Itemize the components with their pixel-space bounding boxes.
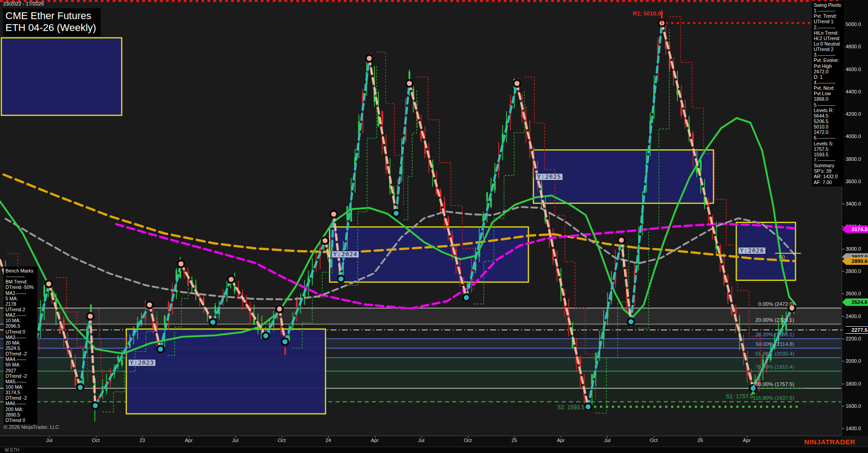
panel-line: 4.----------- [814,80,842,85]
instrument-tab[interactable]: W ETH [5,448,19,453]
year-box-label-2024[interactable]: Y:2024 [331,251,359,258]
time-axis-label: 23 [140,438,145,443]
panel-line: Pvt. Evolve: [814,57,842,63]
time-axis[interactable]: JulOct23AprJulOct24AprJulOct25AprJulOct2… [0,436,842,447]
price-chart-canvas[interactable] [0,0,868,453]
swing-low-dot [263,332,269,339]
panel-line: Levels R: [814,108,842,113]
swing-low-dot [157,346,164,353]
panel-line: HiLo Trend: [814,30,842,36]
panel-line: 2890.5 [5,412,36,417]
panel-line: MA6.------ [5,401,36,406]
panel-line: 5206.5 [814,118,842,124]
panel-line: MA3.------ [5,335,36,340]
panel-line: MA1.------ [5,290,36,296]
fib-level-label: 50.00% (2114.8) [756,341,794,347]
panel-line: UTrend 0 [5,329,36,335]
panel-line: 1757.5 [814,146,842,152]
swing-pivots-panel-title: Swing Pivots [814,2,842,8]
panel-line: 7.----------- [814,157,842,163]
panel-line: MA2.------ [5,312,36,318]
swing-low-dot [463,294,470,301]
time-axis-label: Jul [604,438,610,443]
year-box-label-2025[interactable]: Y:2025 [535,173,563,180]
panel-line: 2927 [5,368,36,373]
candle-body [700,160,702,171]
panel-line: 1868.0 [814,96,842,102]
swing-high-dot [322,237,329,244]
instrument-tab-bar: W ETH [0,447,868,453]
panel-line: D: 1 [814,74,842,80]
candle-body [486,192,488,201]
panel-line: 100 MA: [5,384,36,390]
time-axis-label: Oct [92,438,99,443]
year-box-label-2026[interactable]: Y:2026 [738,247,766,254]
panel-line: 2178 [5,301,36,307]
swing-high-dot [87,313,94,319]
swing-high-dot [178,260,185,267]
fib-level-label: 100.00% (1757.5) [753,381,794,387]
ninjatrader-chart-window: 23/2022 - 17/2026 CME Ether Futures ETH … [0,0,868,453]
panel-line: ------------ [5,273,36,279]
swing-high-dot [406,80,413,87]
panel-line: 10 MA: [5,318,36,323]
time-axis-label: Oct [464,438,471,443]
panel-line: DTrend 0 [5,417,36,423]
panel-line: 3.----------- [814,52,842,57]
candle-body [43,286,45,296]
time-axis-label: 26 [698,438,703,443]
candle-body [284,348,286,355]
swing-high-dot [46,280,52,287]
candle-body [234,285,236,291]
price-axis-tick: 4600.0 [846,67,861,72]
price-axis[interactable]: 5000.04800.04600.04400.04200.04000.03800… [842,0,868,436]
panel-line: MA5.------ [5,379,36,384]
panel-line: DTrend -50% [5,284,36,290]
panel-line: Pvt. Next: [814,85,842,91]
panel-line: 2472.0 [814,69,842,74]
chart-date-range: 23/2022 - 17/2026 [3,1,44,6]
price-axis-tick: 2600.0 [846,291,861,296]
panel-line: Pvt. Trend: [814,13,842,19]
swing-high-dot [146,301,153,308]
swing-high-dot [331,211,337,217]
chart-title-line1: CME Ether Futures [5,10,96,22]
swing-low-dot [585,403,592,410]
panel-line: DTrend -2 [5,351,36,356]
fib-level-label: 38.20% (2199.1) [755,332,794,337]
ma20-marker: 2524.6 [842,299,868,306]
swing-high-dot [228,276,235,283]
ma100-marker: 3174.3 [842,225,868,233]
price-axis-tick: 1400.0 [846,426,861,431]
chart-title: CME Ether Futures ETH 04-26 (Weekly) [3,8,101,36]
panel-line: 2.----------- [814,25,842,30]
year-range-box [330,227,528,282]
panel-line: Lo:0 Neutral [814,41,842,46]
candle-body [59,327,61,334]
price-axis-tick: 2800.0 [846,268,861,274]
panel-line: UTrend 1 [814,19,842,24]
f0-label: F0 [779,254,785,260]
price-axis-tick: 2000.0 [846,358,861,364]
panel-line: 55 MA: [5,362,36,367]
time-axis-label: Apr [185,438,192,443]
panel-line: SP's: 39 [814,168,842,174]
time-axis-label: 25 [512,438,517,443]
ninjatrader-logo: NINJATRADER [804,438,855,446]
panel-line: BM Trend: [5,279,36,284]
r1-level-label: R1: 5010.0 [633,10,661,17]
swing-high-dot [618,237,625,244]
panel-line: 2472.0 [814,129,842,135]
time-axis-label: Jul [418,438,424,443]
price-axis-tick: 2400.0 [846,314,861,319]
year-box-label-2023[interactable]: Y:2023 [128,359,156,366]
candle-body [382,111,383,124]
panel-line: 200 MA: [5,407,36,412]
candle-body [408,72,410,79]
swing-low-dot [77,384,84,391]
time-axis-label: Apr [557,438,564,443]
swing-low-dot [210,319,217,326]
s2-level-label: S2: 1593.5 [557,404,584,411]
swing-pivots-panel: Swing Pivots 1.-----------Pvt. Trend:UTr… [812,1,844,186]
panel-line: 1593.5 [814,152,842,157]
